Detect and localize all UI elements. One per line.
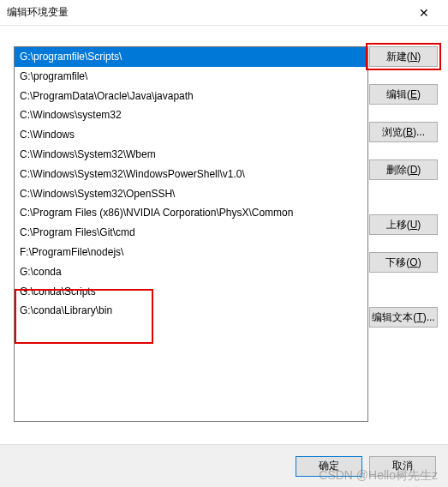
edittext-button-accel: T <box>416 311 422 323</box>
path-listbox[interactable]: G:\programfile\Scripts\G:\programfile\C:… <box>14 46 368 422</box>
browse-button-accel: B <box>406 126 413 138</box>
movedown-button-accel: O <box>409 256 417 268</box>
edit-button-accel: E <box>410 88 417 100</box>
browse-button-pre: 浏览( <box>382 125 406 140</box>
list-item[interactable]: C:\Windows\System32\Wbem <box>15 145 367 165</box>
list-item[interactable]: C:\Windows\System32\WindowsPowerShell\v1… <box>15 165 367 184</box>
list-item[interactable]: G:\conda <box>15 262 367 282</box>
new-button-post: ) <box>417 51 421 63</box>
close-button[interactable]: ✕ <box>407 0 441 26</box>
edittext-button-post: )... <box>423 311 435 323</box>
edit-text-button[interactable]: 编辑文本(T)... <box>369 307 438 328</box>
side-button-panel: 新建(N) 编辑(E) 浏览(B)... 删除(D) 上移(U) 下移(O) 编… <box>369 46 438 328</box>
browse-button-post: )... <box>413 126 425 138</box>
move-down-button[interactable]: 下移(O) <box>369 252 438 273</box>
delete-button[interactable]: 删除(D) <box>369 159 438 180</box>
list-item[interactable]: C:\Windows <box>15 125 367 145</box>
close-icon: ✕ <box>419 6 429 20</box>
movedown-button-post: ) <box>418 256 421 268</box>
title-bar: 编辑环境变量 ✕ <box>0 0 448 26</box>
list-item[interactable]: G:\conda\Library\bin <box>15 301 367 321</box>
list-item[interactable]: C:\Program Files\Git\cmd <box>15 223 367 243</box>
new-button[interactable]: 新建(N) <box>369 46 438 67</box>
edit-button-pre: 编辑( <box>386 87 410 102</box>
moveup-button-pre: 上移( <box>386 218 410 232</box>
content-area: G:\programfile\Scripts\G:\programfile\C:… <box>0 26 448 444</box>
new-button-pre: 新建( <box>386 50 410 64</box>
edit-button-post: ) <box>417 88 421 100</box>
list-item[interactable]: G:\programfile\ <box>15 67 367 87</box>
list-item[interactable]: C:\Windows\System32\OpenSSH\ <box>15 184 367 204</box>
window-title: 编辑环境变量 <box>7 5 69 20</box>
list-item[interactable]: G:\programfile\Scripts\ <box>15 47 367 67</box>
movedown-button-pre: 下移( <box>385 256 409 270</box>
delete-button-pre: 删除( <box>386 163 410 177</box>
bottom-bar: 确定 取消 <box>0 444 448 487</box>
list-item[interactable]: C:\Program Files (x86)\NVIDIA Corporatio… <box>15 203 367 223</box>
moveup-button-post: ) <box>417 219 421 231</box>
delete-button-accel: D <box>410 164 418 176</box>
browse-button[interactable]: 浏览(B)... <box>369 122 438 142</box>
edittext-button-pre: 编辑文本( <box>372 310 416 325</box>
list-item[interactable]: C:\Windows\system32 <box>15 105 367 125</box>
list-item[interactable]: C:\ProgramData\Oracle\Java\javapath <box>15 87 367 106</box>
edit-button[interactable]: 编辑(E) <box>369 84 438 105</box>
list-item[interactable]: G:\conda\Scripts <box>15 282 367 302</box>
moveup-button-accel: U <box>410 219 418 231</box>
ok-button[interactable]: 确定 <box>296 456 362 477</box>
move-up-button[interactable]: 上移(U) <box>369 214 438 235</box>
list-item[interactable]: F:\ProgramFile\nodejs\ <box>15 243 367 262</box>
new-button-accel: N <box>410 51 418 63</box>
cancel-button[interactable]: 取消 <box>369 456 436 477</box>
delete-button-post: ) <box>417 164 421 176</box>
